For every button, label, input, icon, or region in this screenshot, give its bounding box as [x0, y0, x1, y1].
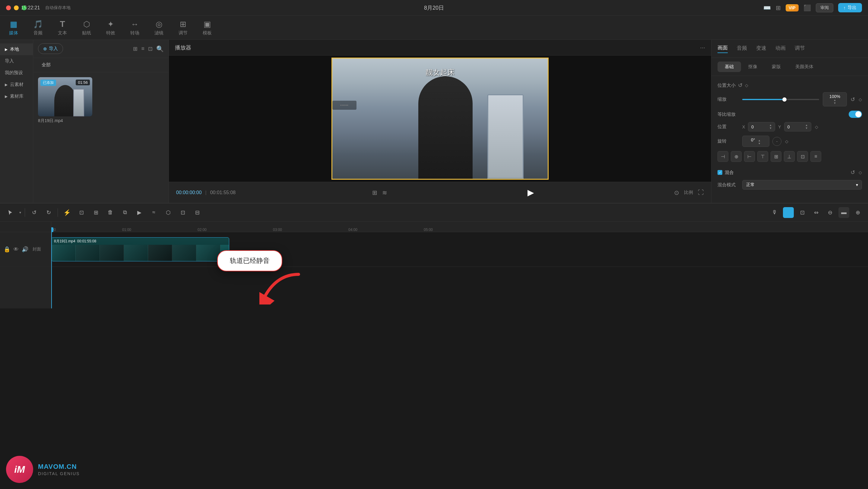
toolbar-item-sticker[interactable]: ⬡ 贴纸: [79, 18, 94, 38]
zoom-out-btn[interactable]: ⊖: [825, 207, 835, 218]
toolbar-item-effects[interactable]: ✦ 特效: [103, 18, 118, 38]
align-top[interactable]: ⊤: [757, 151, 768, 162]
toolbar-item-text[interactable]: T 文本: [55, 18, 70, 38]
subtab-蒙版[interactable]: 蒙版: [765, 62, 788, 72]
fullscreen-target-icon[interactable]: ⊙: [674, 189, 679, 196]
lock-icon[interactable]: 🔒: [4, 246, 10, 253]
y-input[interactable]: 0 ▲ ▼: [784, 122, 811, 131]
review-button[interactable]: 审阅: [816, 3, 833, 12]
zoom-in-btn[interactable]: ⊕: [852, 207, 863, 218]
align-extra2[interactable]: ≡: [810, 151, 821, 162]
toolbar-item-template[interactable]: ▣ 模板: [200, 18, 215, 38]
play-btn2[interactable]: ▶: [134, 207, 145, 218]
y-spinners[interactable]: ▲ ▼: [805, 124, 808, 130]
scale-slider[interactable]: [742, 99, 819, 100]
sort-icon[interactable]: ≡: [141, 45, 145, 52]
x-spinners[interactable]: ▲ ▼: [769, 124, 772, 130]
reset-icon-pos[interactable]: ↺: [738, 82, 743, 89]
toolbar-item-audio[interactable]: 🎵 音频: [30, 18, 46, 38]
nav-item-local[interactable]: ▶ 本地: [0, 43, 33, 55]
snap-btn[interactable]: ⊞: [783, 207, 794, 218]
toolbar-item-adjust[interactable]: ⊞ 调节: [176, 18, 191, 38]
toolbar-item-transition[interactable]: ↔ 转场: [127, 18, 142, 38]
split3-btn[interactable]: ⊞: [91, 207, 101, 218]
zoom-area-btn[interactable]: ▬: [838, 207, 849, 218]
extra-btn[interactable]: ⊟: [192, 207, 203, 218]
align-bottom[interactable]: ⊥: [784, 151, 795, 162]
undo-btn[interactable]: ↺: [29, 207, 39, 218]
ratio-label[interactable]: 比例: [684, 190, 693, 195]
rotate-value-box[interactable]: 0° ▲ ▼: [742, 136, 769, 147]
minimize-btn[interactable]: [14, 5, 19, 10]
tab-变速[interactable]: 变速: [756, 44, 766, 53]
align-center-v[interactable]: ⊞: [771, 151, 781, 162]
mic-btn[interactable]: 🎙: [769, 207, 780, 218]
scale-spinners[interactable]: ▲ ▼: [826, 99, 843, 105]
reset-icon-scale[interactable]: ↺: [850, 96, 855, 103]
align-left[interactable]: ⊣: [717, 151, 728, 162]
align-right[interactable]: ⊢: [744, 151, 755, 162]
layout-icon[interactable]: ⊞: [776, 4, 781, 11]
export-button[interactable]: ↑ 导出: [838, 3, 862, 12]
diamond-icon-rotate[interactable]: ◇: [785, 139, 788, 144]
player-menu-icon[interactable]: ···: [700, 44, 705, 51]
screen-record-icon[interactable]: ⬛: [803, 4, 811, 11]
mix-mode-select[interactable]: 正常 ▾: [742, 180, 862, 190]
duplicate-btn[interactable]: ⧉: [119, 207, 130, 218]
search-icon[interactable]: 🔍: [156, 45, 164, 53]
tab-动画[interactable]: 动画: [775, 44, 786, 53]
media-item[interactable]: 已添加 01:56 8月19日.mp4: [38, 77, 92, 124]
align-center-h[interactable]: ⊕: [731, 151, 742, 162]
grid-view-icon[interactable]: ⊞: [133, 45, 137, 52]
reset-icon-mix[interactable]: ↺: [850, 169, 855, 176]
close-btn[interactable]: [6, 5, 11, 10]
x-input[interactable]: 0 ▲ ▼: [748, 122, 775, 131]
vip-badge[interactable]: VIP: [786, 4, 799, 11]
split-btn[interactable]: ⚡: [62, 207, 72, 218]
volume-icon[interactable]: 🔊: [22, 246, 28, 253]
nav-item-preset[interactable]: 我的预设: [0, 67, 33, 79]
rotate-circle-icon[interactable]: -: [772, 137, 781, 146]
subtab-抠像[interactable]: 抠像: [741, 62, 765, 72]
split2-btn[interactable]: ⊡: [76, 207, 87, 218]
diamond-icon-scale[interactable]: ◇: [859, 97, 862, 102]
mix-checkbox[interactable]: ✓: [717, 170, 722, 175]
ripple-btn[interactable]: ≈: [148, 207, 159, 218]
diamond-icon-pos2[interactable]: ◇: [815, 125, 818, 129]
timeline-scroll[interactable]: 00:00 01:00 02:00 03:00 04:00 05:00 轨道已经…: [51, 222, 868, 308]
main-clip[interactable]: 8月19日.mp4 00:01:55:08: [51, 237, 229, 261]
crop-btn[interactable]: ⊡: [177, 207, 188, 218]
timeline-icon[interactable]: ⊞: [372, 189, 377, 196]
fullscreen-icon[interactable]: ⛶: [698, 189, 704, 196]
diamond-icon-mix[interactable]: ◇: [859, 170, 862, 175]
diamond-icon-pos[interactable]: ◇: [745, 83, 748, 88]
mask-btn[interactable]: ⬡: [163, 207, 174, 218]
filter-all-icon[interactable]: ⊡: [148, 45, 153, 52]
tab-调节[interactable]: 调节: [795, 44, 805, 53]
toolbar-item-filter[interactable]: ◎ 滤镜: [151, 18, 166, 38]
nav-item-library[interactable]: ▶ 素材库: [0, 91, 33, 102]
subtab-基础[interactable]: 基础: [717, 62, 741, 72]
tab-画面[interactable]: 画面: [717, 44, 728, 53]
align-extra1[interactable]: ⊡: [797, 151, 808, 162]
media-thumb[interactable]: 已添加 01:56: [38, 77, 92, 117]
select-tool[interactable]: [5, 207, 16, 218]
uniform-scale-toggle[interactable]: [849, 111, 862, 118]
toolbar-item-media[interactable]: ▦ 媒体: [6, 18, 21, 38]
redo-btn[interactable]: ↻: [43, 207, 54, 218]
nav-item-import[interactable]: 导入: [0, 55, 33, 67]
eye-icon[interactable]: 👁: [13, 246, 19, 253]
scale-slider-thumb[interactable]: [782, 97, 786, 102]
mute-arrow: [259, 268, 308, 304]
playhead[interactable]: [51, 232, 52, 308]
import-button[interactable]: ⊕ 导入: [38, 43, 63, 54]
tab-音频[interactable]: 音频: [737, 44, 747, 53]
subtab-美颜美体[interactable]: 美颜美体: [788, 62, 820, 72]
nav-item-cloud[interactable]: ▶ 云素材: [0, 79, 33, 91]
waveform-icon[interactable]: ≋: [382, 189, 387, 196]
link-btn[interactable]: ⇔: [811, 207, 822, 218]
select-arrow-icon[interactable]: ▾: [19, 210, 21, 215]
magnet-btn[interactable]: ⊡: [797, 207, 808, 218]
delete-btn[interactable]: 🗑: [105, 207, 116, 218]
play-button[interactable]: ▶: [524, 186, 537, 199]
